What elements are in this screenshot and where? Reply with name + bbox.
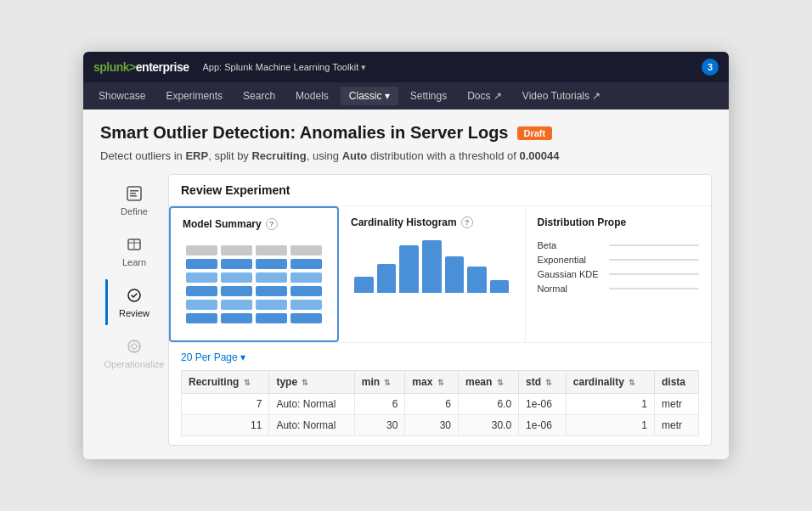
per-page-row: 20 Per Page ▾ bbox=[181, 351, 699, 363]
cell-type-2: Auto: Normal bbox=[269, 415, 354, 436]
table-header-row: Recruiting ⇅ type ⇅ min ⇅ max ⇅ mean ⇅ s… bbox=[182, 371, 699, 394]
splunk-logo: splunk>enterprise bbox=[93, 60, 189, 74]
menu-showcase[interactable]: Showcase bbox=[90, 87, 154, 105]
page-title: Smart Outlier Detection: Anomalies in Se… bbox=[100, 123, 509, 143]
sidebar-item-learn[interactable]: Learn bbox=[112, 228, 156, 274]
cell-dista-1: metr bbox=[655, 394, 699, 415]
sidebar-item-review[interactable]: Review bbox=[109, 279, 160, 325]
hist-bar-1 bbox=[354, 277, 374, 293]
sidebar-label-define: Define bbox=[121, 206, 148, 216]
svg-point-9 bbox=[132, 344, 137, 349]
sidebar-item-operationalize: Operationalize bbox=[94, 330, 175, 376]
dist-row-normal: Normal bbox=[538, 284, 700, 294]
cell-max-1: 6 bbox=[405, 394, 459, 415]
menu-classic[interactable]: Classic ▾ bbox=[341, 87, 398, 105]
svg-rect-3 bbox=[130, 195, 137, 197]
logo-text: splunk>enterprise bbox=[93, 60, 189, 74]
define-icon bbox=[125, 184, 144, 203]
page-content: Smart Outlier Detection: Anomalies in Se… bbox=[83, 110, 729, 459]
cell-std-1: 1e-06 bbox=[519, 394, 567, 415]
sidebar-label-review: Review bbox=[119, 308, 149, 318]
hist-bar-6 bbox=[467, 267, 487, 293]
cardinality-title: Cardinality Histogram ? bbox=[351, 216, 513, 228]
cell-min-2: 30 bbox=[354, 415, 405, 436]
col-cardinality: cardinality ⇅ bbox=[566, 371, 654, 394]
cards-row: Model Summary ? bbox=[169, 206, 711, 343]
dist-row-gaussian: Gaussian KDE bbox=[538, 269, 700, 279]
hist-bar-2 bbox=[377, 264, 397, 293]
table-row: 7 Auto: Normal 6 6 6.0 1e-06 1 metr bbox=[182, 394, 699, 415]
col-std: std ⇅ bbox=[519, 371, 567, 394]
draft-badge: Draft bbox=[517, 126, 553, 140]
dist-row-exponential: Exponential bbox=[538, 255, 700, 265]
notification-badge[interactable]: 3 bbox=[702, 59, 719, 76]
sidebar: Define Learn bbox=[100, 174, 168, 446]
cell-recruiting-2: 11 bbox=[182, 415, 269, 436]
menu-docs[interactable]: Docs ↗ bbox=[459, 87, 510, 105]
cell-recruiting-1: 7 bbox=[182, 394, 269, 415]
cell-cardinality-2: 1 bbox=[566, 415, 654, 436]
model-table-viz bbox=[183, 239, 325, 330]
cardinality-histogram-card: Cardinality Histogram ? bbox=[339, 206, 526, 342]
model-summary-title: Model Summary ? bbox=[183, 218, 325, 230]
col-mean: mean ⇅ bbox=[458, 371, 518, 394]
cell-mean-2: 30.0 bbox=[458, 415, 518, 436]
per-page-button[interactable]: 20 Per Page ▾ bbox=[181, 351, 245, 363]
menu-bar: Showcase Experiments Search Models Class… bbox=[83, 82, 729, 110]
page-title-row: Smart Outlier Detection: Anomalies in Se… bbox=[100, 123, 712, 143]
menu-settings[interactable]: Settings bbox=[402, 87, 455, 105]
svg-rect-1 bbox=[130, 190, 138, 192]
page-subtitle: Detect outliers in ERP, split by Recruit… bbox=[100, 149, 712, 162]
top-nav: splunk>enterprise App: Splunk Machine Le… bbox=[83, 52, 729, 82]
data-table: Recruiting ⇅ type ⇅ min ⇅ max ⇅ mean ⇅ s… bbox=[181, 370, 699, 436]
hist-bar-3 bbox=[399, 245, 419, 293]
content-area: Define Learn bbox=[100, 174, 712, 446]
model-summary-help-icon[interactable]: ? bbox=[266, 218, 278, 230]
col-max: max ⇅ bbox=[405, 371, 459, 394]
cell-min-1: 6 bbox=[354, 394, 405, 415]
cell-max-2: 30 bbox=[405, 415, 459, 436]
cell-std-2: 1e-06 bbox=[519, 415, 567, 436]
hist-bar-4 bbox=[422, 240, 442, 293]
cell-type-1: Auto: Normal bbox=[269, 394, 354, 415]
sidebar-item-define[interactable]: Define bbox=[110, 177, 158, 223]
dist-props-list: Beta Exponential Gaussian KDE bbox=[538, 237, 700, 301]
app-window: splunk>enterprise App: Splunk Machine Le… bbox=[83, 52, 729, 459]
dist-props-title: Distribution Prope bbox=[538, 216, 700, 228]
table-section: 20 Per Page ▾ Recruiting ⇅ type ⇅ min ⇅ … bbox=[169, 343, 711, 445]
col-type: type ⇅ bbox=[269, 371, 354, 394]
cell-cardinality-1: 1 bbox=[566, 394, 654, 415]
menu-video-tutorials[interactable]: Video Tutorials ↗ bbox=[514, 87, 610, 105]
menu-experiments[interactable]: Experiments bbox=[157, 87, 231, 105]
cell-dista-2: metr bbox=[655, 415, 699, 436]
per-page-arrow: ▾ bbox=[240, 351, 245, 363]
dist-row-beta: Beta bbox=[538, 240, 700, 250]
model-summary-card: Model Summary ? bbox=[169, 206, 339, 342]
app-label: App: Splunk Machine Learning Toolkit ▾ bbox=[203, 62, 367, 73]
distribution-props-card: Distribution Prope Beta Exponential bbox=[526, 206, 712, 342]
table-row: 11 Auto: Normal 30 30 30.0 1e-06 1 metr bbox=[182, 415, 699, 436]
col-dista: dista bbox=[655, 371, 699, 394]
learn-icon bbox=[125, 235, 144, 254]
menu-search[interactable]: Search bbox=[234, 87, 284, 105]
review-icon bbox=[125, 286, 144, 305]
hist-bar-7 bbox=[490, 280, 510, 294]
main-panel: Review Experiment Model Summary ? bbox=[168, 174, 712, 446]
histogram-viz bbox=[351, 237, 513, 296]
menu-models[interactable]: Models bbox=[287, 87, 337, 105]
cell-mean-1: 6.0 bbox=[458, 394, 518, 415]
hist-bar-5 bbox=[445, 256, 465, 293]
panel-header: Review Experiment bbox=[169, 175, 711, 206]
operationalize-icon bbox=[125, 337, 144, 356]
svg-rect-2 bbox=[130, 193, 136, 194]
cardinality-help-icon[interactable]: ? bbox=[461, 216, 473, 228]
col-min: min ⇅ bbox=[354, 371, 405, 394]
sidebar-label-operationalize: Operationalize bbox=[104, 359, 165, 369]
sidebar-label-learn: Learn bbox=[122, 257, 146, 267]
col-recruiting: Recruiting ⇅ bbox=[182, 371, 269, 394]
